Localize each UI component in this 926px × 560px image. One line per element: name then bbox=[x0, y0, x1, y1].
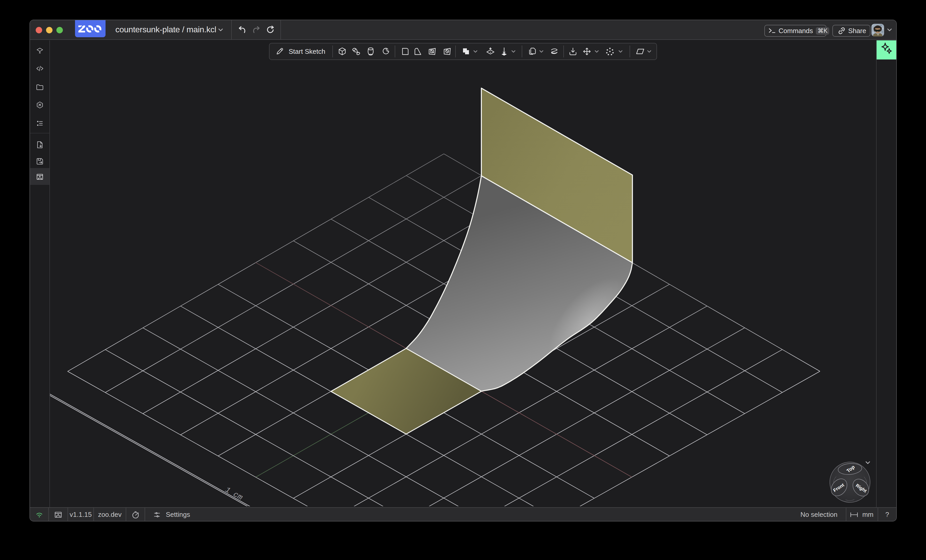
svg-text:1 cm: 1 cm bbox=[224, 485, 244, 502]
